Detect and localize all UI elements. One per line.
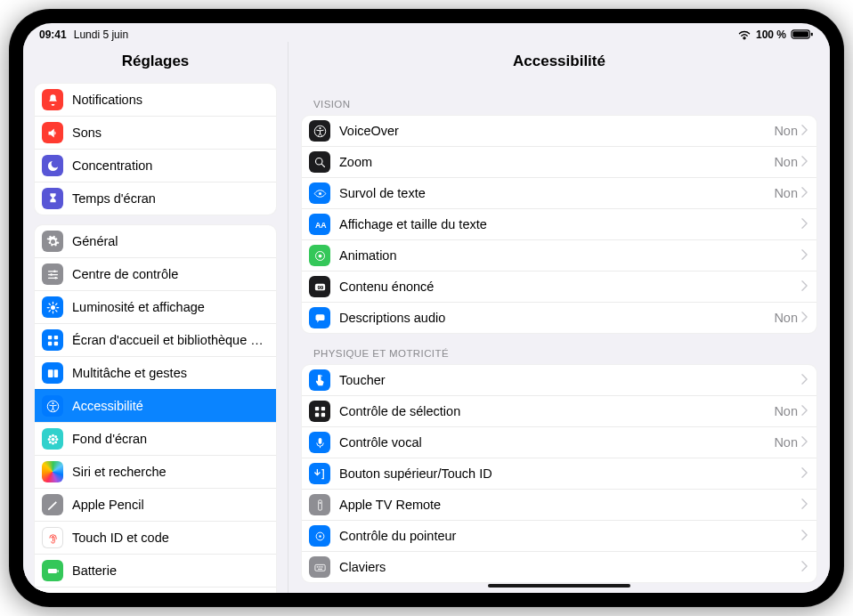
- hover-text-icon: [309, 182, 330, 204]
- battery-setting-icon: [42, 560, 63, 581]
- sidebar-item-label: Centre de contrôle: [72, 267, 267, 281]
- row-label: Affichage et taille du texte: [339, 217, 801, 231]
- keyboard-icon: [309, 556, 330, 578]
- sidebar-item-notifications[interactable]: Notifications: [35, 84, 276, 116]
- row-voice-control[interactable]: Contrôle vocal Non: [302, 426, 816, 458]
- chevron-icon: [801, 124, 808, 138]
- switch-control-icon: [309, 401, 330, 422]
- sidebar-item-privacy[interactable]: Confidentialité et sécurité: [35, 587, 276, 593]
- row-label: Zoom: [339, 155, 774, 169]
- content-title: Accessibilité: [288, 42, 830, 79]
- bell-icon: [42, 89, 63, 110]
- chevron-icon: [801, 280, 808, 294]
- sidebar-item-label: Apple Pencil: [72, 498, 267, 512]
- section-header-vision: Vision: [288, 79, 830, 115]
- sidebar-item-battery[interactable]: Batterie: [35, 554, 276, 587]
- moon-icon: [42, 155, 63, 176]
- row-label: Animation: [339, 248, 801, 263]
- sidebar-item-label: Touch ID et code: [72, 531, 267, 545]
- device-frame: 09:41 Lundi 5 juin 100 % Réglages Noti: [9, 9, 844, 607]
- row-top-button[interactable]: Bouton supérieur/Touch ID: [302, 458, 816, 489]
- row-voiceover[interactable]: VoiceOver Non: [302, 116, 816, 146]
- row-value: Non: [774, 155, 801, 169]
- row-motion[interactable]: Animation: [302, 239, 816, 271]
- row-label: Claviers: [339, 560, 801, 574]
- voice-control-icon: [309, 432, 330, 453]
- row-value: Non: [774, 186, 801, 200]
- sidebar-item-label: Multitâche et gestes: [72, 366, 267, 380]
- row-spoken-content[interactable]: Contenu énoncé: [302, 271, 816, 302]
- zoom-icon: [309, 151, 330, 173]
- row-apple-tv-remote[interactable]: Apple TV Remote: [302, 489, 816, 520]
- row-keyboards[interactable]: Claviers: [302, 551, 816, 582]
- sidebar-item-control-center[interactable]: Centre de contrôle: [35, 257, 276, 290]
- row-audio-descriptions[interactable]: Descriptions audio Non: [302, 302, 816, 333]
- screen: 09:41 Lundi 5 juin 100 % Réglages Noti: [23, 23, 830, 593]
- sidebar-item-label: Sons: [72, 126, 267, 140]
- row-label: Contrôle de sélection: [339, 404, 774, 418]
- row-display-text-size[interactable]: Affichage et taille du texte: [302, 208, 816, 239]
- vision-group: VoiceOver Non Zoom Non Survol de: [301, 115, 817, 334]
- audio-descriptions-icon: [309, 307, 330, 328]
- chevron-icon: [801, 404, 808, 418]
- status-bar: 09:41 Lundi 5 juin 100 %: [23, 23, 830, 42]
- sidebar-group-alerts: Notifications Sons Concentration Te: [34, 83, 277, 215]
- chevron-icon: [801, 248, 808, 263]
- sidebar-item-multitasking[interactable]: Multitâche et gestes: [35, 356, 276, 389]
- row-label: Apple TV Remote: [339, 498, 801, 512]
- row-value: Non: [774, 124, 801, 138]
- voiceover-icon: [309, 120, 330, 142]
- sliders-icon: [42, 263, 63, 285]
- sidebar-item-display[interactable]: Luminosité et affichage: [35, 290, 276, 323]
- sidebar-item-screentime[interactable]: Temps d'écran: [35, 182, 276, 215]
- spoken-content-icon: [309, 276, 330, 297]
- sidebar-item-wallpaper[interactable]: Fond d'écran: [35, 422, 276, 455]
- chevron-icon: [801, 186, 808, 200]
- sun-icon: [42, 296, 63, 318]
- sidebar-item-sounds[interactable]: Sons: [35, 116, 276, 149]
- chevron-icon: [801, 529, 808, 543]
- home-indicator[interactable]: [488, 584, 630, 588]
- fingerprint-icon: [42, 527, 63, 548]
- row-label: Bouton supérieur/Touch ID: [339, 466, 801, 481]
- sidebar-item-label: Notifications: [72, 93, 267, 107]
- chevron-icon: [801, 560, 808, 574]
- section-header-motor: Physique et motricité: [288, 334, 830, 364]
- settings-sidebar: Réglages Notifications Sons: [23, 42, 288, 593]
- row-label: Descriptions audio: [339, 311, 774, 325]
- sidebar-item-focus[interactable]: Concentration: [35, 149, 276, 182]
- wifi-icon: [737, 29, 751, 40]
- speaker-icon: [42, 122, 63, 143]
- sidebar-item-siri[interactable]: Siri et recherche: [35, 455, 276, 488]
- row-label: Contrôle vocal: [339, 435, 774, 450]
- sidebar-item-label: Concentration: [72, 158, 267, 173]
- sidebar-item-label: Siri et recherche: [72, 465, 267, 479]
- chevron-icon: [801, 373, 808, 387]
- sidebar-item-apple-pencil[interactable]: Apple Pencil: [35, 488, 276, 521]
- row-hover-text[interactable]: Survol de texte Non: [302, 177, 816, 208]
- tv-remote-icon: [309, 494, 330, 515]
- hourglass-icon: [42, 188, 63, 209]
- chevron-icon: [801, 466, 808, 481]
- sidebar-item-touch-id[interactable]: Touch ID et code: [35, 521, 276, 554]
- row-value: Non: [774, 404, 801, 418]
- siri-icon: [42, 461, 63, 482]
- chevron-icon: [801, 311, 808, 325]
- row-label: Contenu énoncé: [339, 280, 801, 294]
- grid-icon: [42, 329, 63, 351]
- status-time: 09:41: [39, 28, 67, 41]
- sidebar-item-label: Luminosité et affichage: [72, 300, 267, 314]
- top-button-icon: [309, 463, 330, 484]
- sidebar-item-home-screen[interactable]: Écran d'accueil et bibliothèque d'apps: [35, 323, 276, 356]
- sidebar-group-general: Général Centre de contrôle Luminosité et…: [34, 224, 277, 593]
- status-date: Lundi 5 juin: [74, 28, 128, 41]
- chevron-icon: [801, 155, 808, 169]
- sidebar-title: Réglages: [23, 42, 288, 79]
- sidebar-item-general[interactable]: Général: [35, 225, 276, 257]
- row-zoom[interactable]: Zoom Non: [302, 146, 816, 177]
- row-pointer-control[interactable]: Contrôle du pointeur: [302, 520, 816, 551]
- battery-icon: [791, 28, 814, 40]
- sidebar-item-accessibility[interactable]: Accessibilité: [35, 389, 276, 422]
- row-switch-control[interactable]: Contrôle de sélection Non: [302, 395, 816, 426]
- row-touch[interactable]: Toucher: [302, 365, 816, 395]
